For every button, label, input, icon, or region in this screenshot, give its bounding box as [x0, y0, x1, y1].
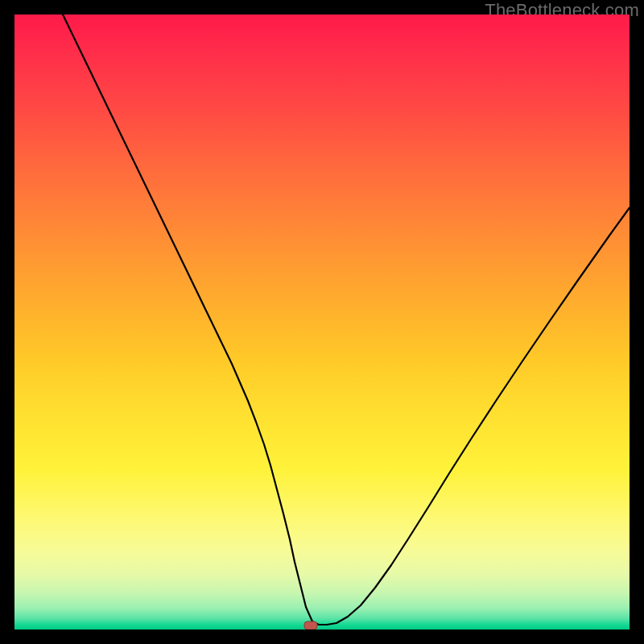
optimum-marker: [304, 621, 317, 630]
chart-svg: [14, 14, 630, 630]
outer-frame: TheBottleneck.com: [0, 0, 644, 644]
bottleneck-curve: [63, 14, 630, 625]
plot-area: [14, 14, 630, 630]
